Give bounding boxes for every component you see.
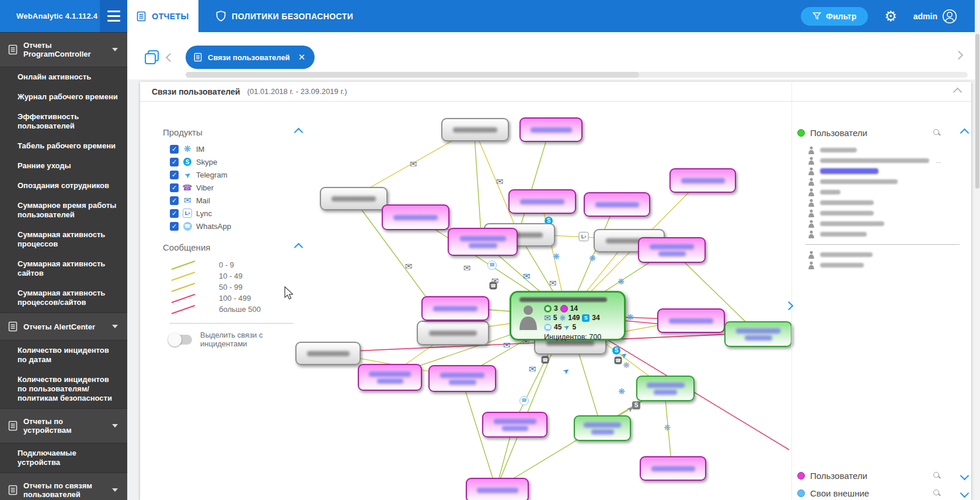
- expand-external-users-icon[interactable]: [960, 488, 969, 498]
- graph-node-g2[interactable]: [320, 187, 388, 210]
- graph-node-p2[interactable]: [669, 168, 736, 193]
- user-list-item[interactable]: [808, 208, 968, 218]
- product-checkbox-lync[interactable]: ✓L›Lync: [170, 209, 302, 218]
- sidebar-item-2[interactable]: Журнал рабочего времени: [0, 87, 127, 107]
- graph-node-g5[interactable]: [417, 321, 489, 345]
- collapse-products-icon[interactable]: [294, 128, 304, 137]
- report-icon: [194, 53, 202, 62]
- search-icon[interactable]: [933, 471, 941, 480]
- user-list-item[interactable]: [808, 166, 968, 176]
- graph-node-p11[interactable]: [428, 365, 496, 392]
- close-icon[interactable]: ✕: [296, 52, 306, 62]
- person-icon: [808, 261, 815, 269]
- checkbox[interactable]: ✓: [170, 145, 179, 154]
- sidebar-item-6[interactable]: Опоздания сотрудников: [0, 176, 127, 196]
- sidebar-item-3[interactable]: Эффективность пользователей: [0, 107, 127, 136]
- sidebar-item-8[interactable]: Суммарная активность процессов: [0, 225, 127, 254]
- product-checkbox-mail[interactable]: ✓✉Mail: [170, 196, 302, 205]
- chevron-right-icon[interactable]: [954, 51, 964, 60]
- sidebar-item-10[interactable]: Суммарная активность процессов/сайтов: [0, 283, 127, 312]
- checkbox[interactable]: ✓: [170, 209, 179, 218]
- highlight-incidents-toggle[interactable]: [170, 335, 192, 345]
- graph-node-p6[interactable]: [448, 228, 518, 256]
- sidebar-item-13[interactable]: Количество инцидентов по пользователям/п…: [0, 370, 127, 408]
- graph-node-gr4[interactable]: [574, 415, 631, 441]
- sidebar-group-16[interactable]: Отчеты по связям пользователей: [0, 473, 127, 500]
- checkbox[interactable]: ✓: [170, 171, 179, 179]
- graph-node-gr3[interactable]: [636, 376, 695, 401]
- product-checkbox-im[interactable]: ✓❋IM: [170, 144, 302, 154]
- checkbox[interactable]: ✓: [170, 158, 179, 166]
- graph-node-g6[interactable]: [295, 342, 361, 365]
- expand-pink-users-icon[interactable]: [960, 471, 969, 480]
- graph-node-p12[interactable]: [482, 412, 547, 438]
- user-list-item[interactable]: [808, 260, 968, 270]
- user-list-item[interactable]: [808, 145, 968, 155]
- sidebar-item-5[interactable]: Ранние уходы: [0, 156, 127, 176]
- graph-node-p4[interactable]: [584, 192, 650, 217]
- user-list-item[interactable]: [808, 249, 968, 260]
- legend-row-0: 0 - 9: [170, 259, 302, 270]
- user-list-item[interactable]: [808, 176, 968, 187]
- graph-node-gr2[interactable]: [724, 321, 792, 347]
- product-label: Lync: [196, 209, 212, 218]
- collapse-report-icon[interactable]: [953, 88, 962, 97]
- collapse-messages-icon[interactable]: [294, 243, 304, 252]
- external-users-panel-title: Свои внешние: [810, 488, 927, 498]
- user-menu[interactable]: admin: [913, 9, 957, 24]
- graph-node-p5[interactable]: [382, 204, 449, 230]
- sidebar-group-11[interactable]: Отчеты AlertCenter: [0, 312, 127, 341]
- user-list-item[interactable]: [808, 187, 968, 197]
- user-list-item[interactable]: ...: [808, 155, 968, 166]
- open-report-chip[interactable]: Связи пользователей ✕: [186, 46, 315, 69]
- search-icon[interactable]: [933, 489, 941, 497]
- product-checkbox-whatsapp[interactable]: ✓☎WhatsApp: [170, 221, 302, 231]
- checkbox[interactable]: ✓: [170, 183, 179, 192]
- sidebar-item-15[interactable]: Подключаемые устройства: [0, 443, 127, 473]
- graph-node-p8[interactable]: [421, 296, 489, 321]
- graph-node-p13[interactable]: [640, 456, 706, 481]
- sidebar-group-14[interactable]: Отчеты по устройствам: [0, 408, 127, 443]
- tab-security-policies[interactable]: ПОЛИТИКИ БЕЗОПАСНОСТИ: [198, 0, 371, 32]
- graph-node-p14[interactable]: [466, 478, 529, 500]
- user-list-item[interactable]: [808, 197, 968, 208]
- report-icon: [8, 485, 18, 495]
- vertical-scrollbar[interactable]: [975, 0, 980, 500]
- graph-node-p3[interactable]: [508, 189, 576, 214]
- lync-icon: L›: [183, 209, 192, 218]
- horizontal-scrollbar[interactable]: [186, 72, 968, 78]
- sidebar-group-0[interactable]: Отчеты ProgramController: [0, 32, 127, 67]
- edge-color-swatch: [170, 259, 197, 270]
- graph-node-g1[interactable]: [441, 118, 509, 141]
- checkbox[interactable]: ✓: [170, 196, 179, 205]
- user-list-item[interactable]: [808, 229, 968, 239]
- graph-node-focused[interactable]: 3 14 ✉5 ❋149 S34 ☎45 ➤5 Инцидентов: 700: [510, 291, 626, 341]
- sidebar-item-9[interactable]: Суммарная активность сайтов: [0, 254, 127, 283]
- sidebar-item-1[interactable]: Онлайн активность: [0, 67, 127, 87]
- sidebar-item-7[interactable]: Суммарное время работы пользователей: [0, 196, 127, 225]
- graph-node-p7[interactable]: [638, 237, 706, 263]
- sidebar-item-4[interactable]: Табель рабочего времени: [0, 136, 127, 156]
- checkbox[interactable]: ✓: [170, 222, 179, 231]
- filter-button[interactable]: Фильтр: [801, 7, 868, 26]
- shield-icon: [216, 11, 226, 22]
- product-checkbox-skype[interactable]: ✓SSkype: [170, 157, 302, 166]
- product-checkbox-telegram[interactable]: ✓➤Telegram: [170, 170, 302, 179]
- copy-icon[interactable]: [144, 50, 159, 65]
- users-list-secondary: [797, 249, 968, 270]
- collapse-users-icon[interactable]: [960, 128, 969, 137]
- graph-node-p10[interactable]: [358, 364, 422, 391]
- gear-icon[interactable]: ⚙: [884, 9, 897, 23]
- magenta-circle-icon: [560, 305, 568, 312]
- product-label: Mail: [196, 196, 210, 205]
- graph-node-p1[interactable]: [519, 117, 583, 142]
- user-list-item[interactable]: [808, 218, 968, 229]
- search-icon[interactable]: [933, 129, 941, 137]
- product-checkbox-viber[interactable]: ✓☎Viber: [170, 183, 302, 192]
- graph-node-p9[interactable]: [657, 308, 725, 333]
- chevron-left-icon[interactable]: [166, 53, 175, 62]
- hamburger-menu-button[interactable]: [100, 0, 127, 32]
- sidebar-item-12[interactable]: Количество инцидентов по датам: [0, 341, 127, 370]
- tab-reports[interactable]: ОТЧЕТЫ: [127, 0, 198, 32]
- whatsapp-icon: ☎: [544, 324, 552, 331]
